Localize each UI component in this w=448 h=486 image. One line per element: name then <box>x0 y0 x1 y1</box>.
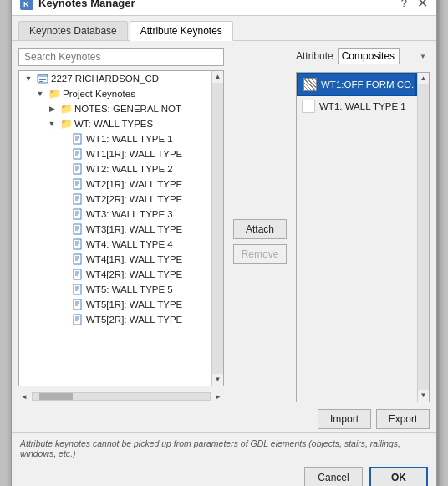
tree-item-label: WT5[2R]: WALL TYPE <box>86 315 182 325</box>
tree-item-label: WT: WALL TYPES <box>74 119 153 129</box>
attribute-select[interactable]: Composites Walls Slabs <box>338 48 400 64</box>
svg-rect-6 <box>74 134 81 144</box>
scroll-up-arrow[interactable]: ▲ <box>212 71 223 83</box>
ok-button[interactable]: OK <box>369 467 428 487</box>
tree-item-label: Project Keynotes <box>63 89 135 99</box>
spacer <box>58 238 69 250</box>
r-scroll-track[interactable] <box>418 84 429 390</box>
tree-wrapper: ▼ 2227 RICHARDSON_CD <box>18 70 224 386</box>
h-scroll-track[interactable] <box>32 392 211 401</box>
tree-item-root[interactable]: ▼ 2227 RICHARDSON_CD <box>19 71 211 86</box>
tree-item-notes-general[interactable]: ▶ 📁 NOTES: GENERAL NOT <box>19 101 211 116</box>
tree-item-label: WT3[1R]: WALL TYPE <box>86 224 182 234</box>
svg-rect-26 <box>74 209 81 219</box>
svg-rect-18 <box>74 179 81 189</box>
middle-panel: Attach Remove <box>231 48 289 402</box>
expand-icon[interactable]: ▼ <box>34 88 46 100</box>
tree-item-wt5-1r[interactable]: WT5[1R]: WALL TYPE <box>19 297 211 312</box>
tree-item-wt4[interactable]: WT4: WALL TYPE 4 <box>19 237 211 252</box>
spacer <box>58 269 69 280</box>
tree-item-project-keynotes[interactable]: ▼ 📁 Project Keynotes <box>19 86 211 101</box>
tree-horizontal-scrollbar[interactable]: ◄ ► <box>18 391 224 402</box>
spacer <box>58 314 69 325</box>
svg-rect-46 <box>74 284 81 294</box>
tree-item-label: WT5: WALL TYPE 5 <box>86 284 173 294</box>
expand-icon[interactable]: ▶ <box>46 103 58 115</box>
tree-item-label: WT4[2R]: WALL TYPE <box>86 269 182 279</box>
footer-note: Attribute keynotes cannot be picked up f… <box>12 432 436 462</box>
tree-item-wt4-2r[interactable]: WT4[2R]: WALL TYPE <box>19 267 211 282</box>
list-item-wt1[interactable]: WT1: WALL TYPE 1 <box>297 96 417 116</box>
expand-icon[interactable]: ▼ <box>23 73 34 84</box>
list-item-selected[interactable]: WT1:OFF FORM CO... ▶ <box>297 73 417 96</box>
close-button[interactable]: ✕ <box>417 0 428 10</box>
expand-icon[interactable]: ▼ <box>46 118 58 130</box>
tree-item-label: NOTES: GENERAL NOT <box>74 104 181 114</box>
r-scroll-up[interactable]: ▲ <box>418 73 429 84</box>
h-scroll-thumb[interactable] <box>39 393 73 400</box>
spacer <box>58 163 69 175</box>
doc-icon <box>71 192 84 206</box>
scroll-right-arrow[interactable]: ► <box>212 391 224 402</box>
doc-icon <box>71 283 84 296</box>
tree-vertical-scrollbar[interactable]: ▲ ▼ <box>211 71 223 386</box>
scroll-track[interactable] <box>212 83 223 374</box>
title-actions: ? ✕ <box>401 0 428 10</box>
tree-item-wt3[interactable]: WT3: WALL TYPE 3 <box>19 207 211 222</box>
import-button[interactable]: Import <box>318 409 371 429</box>
tree-item-wt1-1r[interactable]: WT1[1R]: WALL TYPE <box>19 146 211 161</box>
doc-icon <box>71 238 84 251</box>
tree-item-wt2-2r[interactable]: WT2[2R]: WALL TYPE <box>19 192 211 207</box>
right-list-items: WT1:OFF FORM CO... ▶ WT1: WALL TYPE 1 <box>297 73 417 402</box>
tree-item-wt3-1r[interactable]: WT3[1R]: WALL TYPE <box>19 222 211 237</box>
tree-item-label: WT1[1R]: WALL TYPE <box>86 149 182 159</box>
spacer <box>58 148 69 160</box>
cancel-button[interactable]: Cancel <box>304 467 363 487</box>
spacer <box>58 299 69 310</box>
list-item-label: WT1: WALL TYPE 1 <box>319 101 406 111</box>
tree-item-wt2[interactable]: WT2: WALL TYPE 2 <box>19 161 211 176</box>
tree-item-label: 2227 RICHARDSON_CD <box>51 74 159 84</box>
tab-keynotes-database[interactable]: Keynotes Database <box>18 21 128 40</box>
dialog-buttons: Cancel OK <box>12 462 436 487</box>
r-scroll-down[interactable]: ▼ <box>418 390 429 402</box>
svg-rect-54 <box>74 315 81 325</box>
tree-item-wt5[interactable]: WT5: WALL TYPE 5 <box>19 282 211 297</box>
doc-icon <box>71 132 84 146</box>
attribute-row: Attribute Composites Walls Slabs <box>296 48 430 64</box>
spacer <box>58 208 69 220</box>
pattern-icon <box>301 99 316 114</box>
scroll-left-arrow[interactable]: ◄ <box>18 391 30 402</box>
footer-note-text: Attribute keynotes cannot be picked up f… <box>20 438 400 458</box>
search-input[interactable] <box>18 48 224 66</box>
svg-rect-14 <box>74 164 81 174</box>
export-button[interactable]: Export <box>376 409 430 429</box>
scroll-down-arrow[interactable]: ▼ <box>212 374 223 386</box>
spacer <box>58 193 69 205</box>
title-bar: K Keynotes Manager ? ✕ <box>12 0 436 16</box>
tree-item-label: WT5[1R]: WALL TYPE <box>86 299 182 310</box>
doc-icon <box>71 313 84 326</box>
svg-rect-38 <box>74 254 81 264</box>
spacer <box>58 223 69 235</box>
doc-icon <box>71 207 84 221</box>
import-export-row: Import Export <box>12 409 436 432</box>
tree-item-label: WT2[2R]: WALL TYPE <box>86 194 182 204</box>
doc-icon <box>71 223 84 236</box>
doc-icon <box>71 253 84 266</box>
attribute-select-wrapper: Composites Walls Slabs <box>338 48 430 64</box>
tabs-row: Keynotes Database Attribute Keynotes <box>12 16 436 41</box>
spacer <box>58 253 69 265</box>
right-vertical-scrollbar[interactable]: ▲ ▼ <box>417 73 429 402</box>
tree-item-wt4-1r[interactable]: WT4[1R]: WALL TYPE <box>19 252 211 267</box>
tab-attribute-keynotes[interactable]: Attribute Keynotes <box>130 21 233 41</box>
tree-item-wt5-2r[interactable]: WT5[2R]: WALL TYPE <box>19 312 211 327</box>
tree-item-wt1[interactable]: WT1: WALL TYPE 1 <box>19 131 211 146</box>
tree-item-wt2-1r[interactable]: WT2[1R]: WALL TYPE <box>19 176 211 192</box>
attach-button[interactable]: Attach <box>233 219 287 239</box>
remove-button[interactable]: Remove <box>233 244 287 264</box>
attribute-label: Attribute <box>296 50 333 62</box>
help-button[interactable]: ? <box>401 0 407 9</box>
tree-item-wall-types[interactable]: ▼ 📁 WT: WALL TYPES <box>19 116 211 131</box>
svg-rect-42 <box>74 269 81 279</box>
